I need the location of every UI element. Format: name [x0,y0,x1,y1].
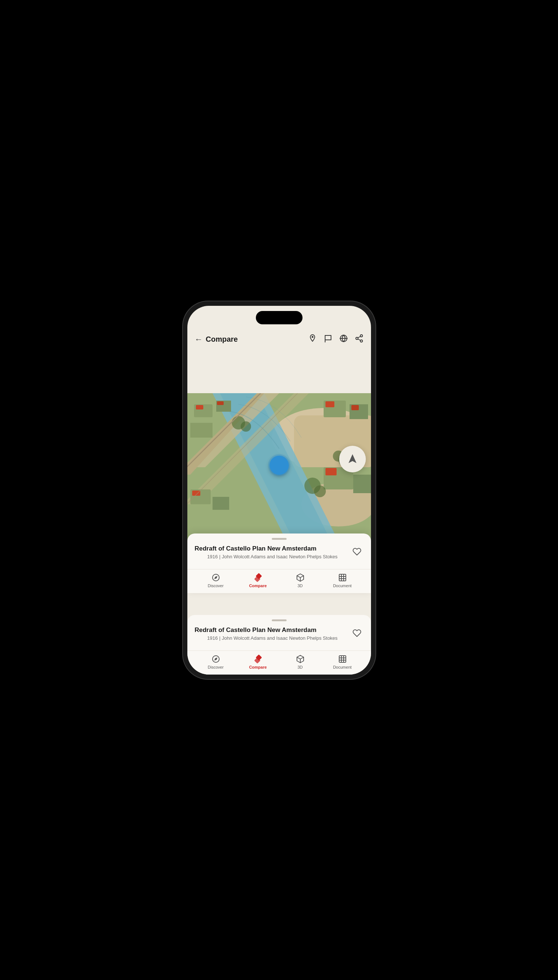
svg-point-29 [314,485,326,497]
tab-compare-top-label: Compare [249,583,267,588]
tab-3d-bottom[interactable]: 3D [289,655,312,669]
tab-bar-bottom: Discover Compare [195,651,364,675]
document-icon-top [338,573,347,582]
card-top-info: Redraft of Castello Plan New Amsterdam 1… [195,545,350,565]
svg-marker-43 [214,657,217,660]
svg-rect-37 [339,574,346,581]
tab-discover-bottom-label: Discover [208,665,224,669]
card-top-subtitle: 1916 | John Wolcott Adams and Isaac Newt… [195,554,350,559]
tab-document-bottom-label: Document [333,665,351,669]
svg-rect-22 [351,405,359,410]
header-title: Compare [206,335,238,344]
svg-rect-21 [325,402,334,407]
cube-icon-top [296,573,305,582]
svg-point-0 [312,336,313,338]
svg-line-6 [358,336,360,338]
header-actions [308,334,364,345]
card-bottom-info: Redraft of Castello Plan New Amsterdam 1… [195,626,350,646]
card-bottom-content: Redraft of Castello Plan New Amsterdam 1… [195,626,364,646]
svg-marker-33 [214,576,217,578]
dynamic-island [256,311,302,324]
card-top-title: Redraft of Castello Plan New Amsterdam [195,545,350,552]
map-container[interactable] [187,349,371,498]
location-dot [269,456,289,475]
tab-compare-bottom[interactable]: Compare [247,655,269,669]
map-card-top: Redraft of Castello Plan New Amsterdam 1… [187,534,371,593]
compare-icon-bottom [254,655,263,664]
navigation-button[interactable] [339,446,366,472]
header: ← Compare [187,329,371,349]
tab-discover-top-label: Discover [208,583,224,588]
svg-rect-13 [190,423,213,438]
tab-3d-top-label: 3D [297,583,302,588]
card-bottom-year: 1916 [207,635,218,641]
card-bottom-subtitle: 1916 | John Wolcott Adams and Isaac Newt… [195,635,350,641]
map-card-bottom: Redraft of Castello Plan New Amsterdam 1… [187,615,371,675]
phone-screen: ← Compare [187,306,371,675]
document-icon-bottom [338,655,347,664]
tab-document-top-label: Document [333,583,351,588]
cube-icon-bottom [296,655,305,664]
compass-icon-top [212,573,220,582]
favorite-button-bottom[interactable] [350,626,364,640]
tab-document-top[interactable]: Document [332,573,354,588]
tab-bar-top: Discover Compare [195,569,364,593]
card-bottom-title: Redraft of Castello Plan New Amsterdam [195,626,350,634]
drag-handle-top [272,538,287,540]
svg-rect-47 [339,656,346,662]
svg-rect-15 [217,402,224,405]
tab-3d-bottom-label: 3D [297,665,302,669]
svg-rect-24 [353,475,371,493]
svg-rect-14 [196,405,203,410]
flag-icon[interactable] [323,334,333,345]
tab-document-bottom[interactable]: Document [332,655,354,669]
svg-rect-25 [325,468,336,475]
card-top-content: Redraft of Castello Plan New Amsterdam 1… [195,545,364,565]
tab-compare-top[interactable]: Compare [247,573,269,588]
globe-icon[interactable] [339,334,348,345]
compare-icon-top [254,573,263,582]
tab-3d-top[interactable]: 3D [289,573,312,588]
phone-frame: ← Compare [183,302,376,679]
svg-point-27 [241,421,251,432]
tab-discover-top[interactable]: Discover [205,573,227,588]
tab-discover-bottom[interactable]: Discover [205,655,227,669]
layer-icon[interactable] [308,334,317,345]
back-button[interactable]: ← Compare [195,335,238,344]
favorite-button-top[interactable] [350,545,364,558]
compass-icon-bottom [212,655,220,664]
card-top-author: John Wolcott Adams and Isaac Newton Phel… [222,554,338,559]
svg-line-5 [358,339,360,340]
card-top-year: 1916 [207,554,218,559]
back-arrow-icon: ← [195,335,203,344]
tab-compare-bottom-label: Compare [249,665,267,669]
share-icon[interactable] [355,334,364,345]
drag-handle-bottom [272,619,287,621]
svg-rect-17 [213,497,229,510]
card-bottom-author: John Wolcott Adams and Isaac Newton Phel… [222,635,338,641]
